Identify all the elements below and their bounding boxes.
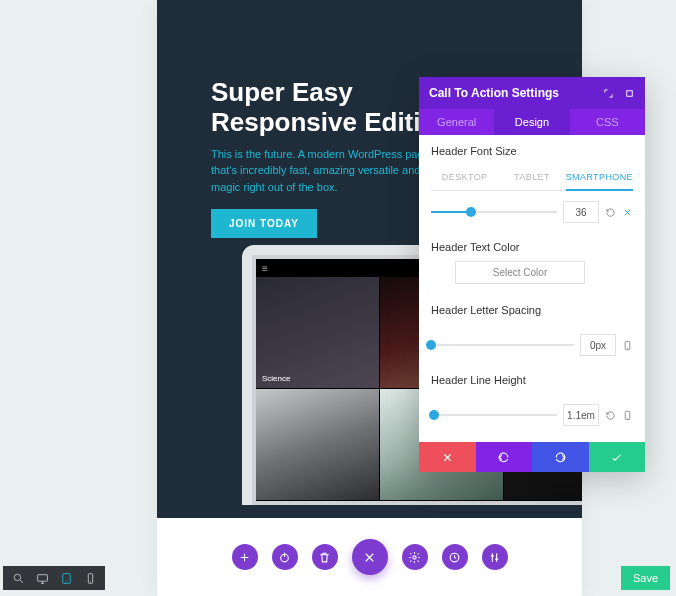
reset-icon[interactable]: [605, 410, 616, 421]
text-color-label: Header Text Color: [431, 241, 633, 253]
zoom-icon[interactable]: [11, 571, 25, 585]
save-button[interactable]: Save: [621, 566, 670, 590]
svg-rect-3: [627, 90, 633, 96]
history-button[interactable]: [442, 544, 468, 570]
panel-title: Call To Action Settings: [429, 86, 559, 100]
close-icon[interactable]: [622, 207, 633, 218]
line-height-section: Header Line Height 1.1em: [419, 364, 645, 442]
tab-general[interactable]: General: [419, 109, 494, 135]
line-height-value[interactable]: 1.1em: [563, 404, 599, 426]
svg-rect-7: [37, 574, 47, 581]
tile: [256, 389, 380, 501]
responsive-icon[interactable]: [622, 410, 633, 421]
hero-title-line2: Responsive Editing: [211, 107, 452, 137]
settings-button[interactable]: [402, 544, 428, 570]
select-color-button[interactable]: Select Color: [455, 261, 585, 284]
close-builder-button[interactable]: [352, 539, 388, 575]
device-tablet[interactable]: TABLET: [498, 165, 565, 190]
hero-title-line1: Super Easy: [211, 77, 353, 107]
sliders-button[interactable]: [482, 544, 508, 570]
font-size-value[interactable]: 36: [563, 201, 599, 223]
tile: Science: [256, 277, 380, 389]
builder-toolbar: [157, 518, 582, 596]
device-smartphone[interactable]: SMARTPHONE: [566, 165, 633, 191]
snap-icon[interactable]: [624, 88, 635, 99]
letter-spacing-value[interactable]: 0px: [580, 334, 616, 356]
tile-label: Science: [262, 374, 290, 383]
font-size-section: Header Font Size DESKTOP TABLET SMARTPHO…: [419, 135, 645, 231]
desktop-view-icon[interactable]: [35, 571, 49, 585]
responsive-icon[interactable]: [622, 340, 633, 351]
redo-button[interactable]: [532, 442, 589, 472]
device-tabs: DESKTOP TABLET SMARTPHONE: [431, 165, 633, 191]
cancel-button[interactable]: [419, 442, 476, 472]
letter-spacing-label: Header Letter Spacing: [431, 304, 633, 316]
expand-icon[interactable]: [603, 88, 614, 99]
font-size-label: Header Font Size: [431, 145, 633, 157]
panel-tabs: General Design CSS: [419, 109, 645, 135]
letter-spacing-slider[interactable]: [431, 344, 574, 346]
device-desktop[interactable]: DESKTOP: [431, 165, 498, 190]
viewport-bar: [3, 566, 105, 590]
panel-header[interactable]: Call To Action Settings: [419, 77, 645, 109]
text-color-section: Header Text Color Select Color: [419, 231, 645, 294]
tab-design[interactable]: Design: [494, 109, 569, 135]
font-size-slider[interactable]: [431, 211, 557, 213]
hamburger-icon: ≡: [262, 263, 269, 274]
panel-actions: [419, 442, 645, 472]
power-button[interactable]: [272, 544, 298, 570]
add-button[interactable]: [232, 544, 258, 570]
tab-css[interactable]: CSS: [570, 109, 645, 135]
confirm-button[interactable]: [589, 442, 646, 472]
tablet-view-icon[interactable]: [59, 571, 73, 585]
undo-button[interactable]: [476, 442, 533, 472]
join-today-button[interactable]: JOIN TODAY: [211, 209, 317, 238]
trash-button[interactable]: [312, 544, 338, 570]
reset-icon[interactable]: [605, 207, 616, 218]
line-height-label: Header Line Height: [431, 374, 633, 386]
settings-panel: Call To Action Settings General Design C…: [419, 77, 645, 472]
letter-spacing-section: Header Letter Spacing 0px: [419, 294, 645, 364]
line-height-slider[interactable]: [431, 414, 557, 416]
svg-point-1: [413, 555, 416, 558]
phone-view-icon[interactable]: [83, 571, 97, 585]
svg-point-6: [14, 574, 21, 581]
